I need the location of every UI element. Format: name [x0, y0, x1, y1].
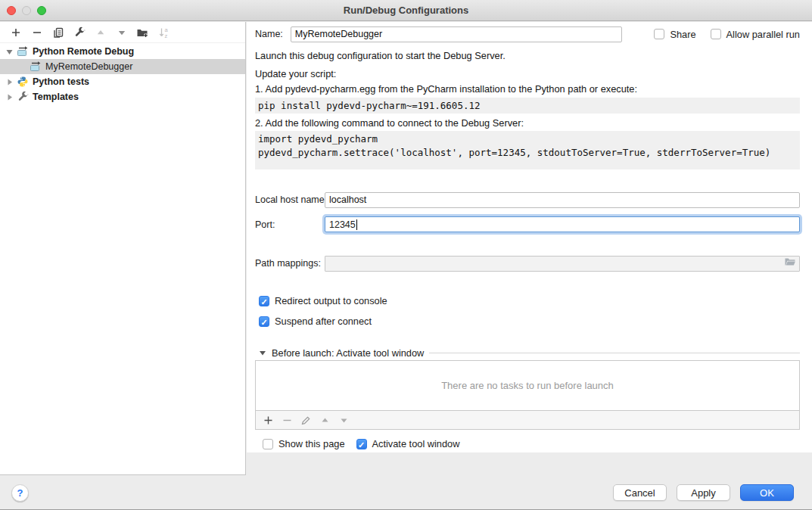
chevron-down-icon[interactable]: [5, 48, 14, 56]
redirect-output-label: Redirect output to console: [275, 295, 387, 306]
add-icon[interactable]: [9, 26, 22, 39]
activate-tool-window-checkbox[interactable]: [356, 439, 367, 449]
path-mappings-input[interactable]: [325, 256, 800, 272]
window-title: Run/Debug Configurations: [0, 0, 812, 20]
python-icon: [17, 76, 29, 88]
run-debug-configurations-dialog: Run/Debug Configurations az: [0, 0, 812, 510]
before-launch-title: Before launch: Activate tool window: [272, 347, 424, 359]
code-line: import pydevd_pycharm: [258, 132, 800, 146]
allow-parallel-run-label: Allow parallel run: [726, 29, 800, 40]
traffic-lights: [7, 6, 46, 15]
show-this-page-checkbox[interactable]: [263, 439, 273, 449]
divider: [429, 353, 800, 353]
cancel-button[interactable]: Cancel: [613, 484, 667, 501]
move-up-icon: [319, 414, 331, 426]
text-cursor: [356, 219, 357, 230]
remote-debug-icon: [17, 45, 29, 58]
title-bar[interactable]: Run/Debug Configurations: [0, 0, 812, 21]
chevron-right-icon[interactable]: [5, 93, 14, 101]
show-this-page-label: Show this page: [278, 438, 345, 449]
instruction-step1: 1. Add pydevd-pycharm.egg from the PyCha…: [255, 83, 800, 95]
share-checkbox[interactable]: [654, 29, 664, 39]
minimize-button: [22, 6, 31, 15]
sort-alphabetically-icon: az: [157, 26, 170, 39]
name-label: Name:: [255, 29, 283, 39]
remove-icon[interactable]: [30, 26, 43, 39]
activate-tool-window-label: Activate tool window: [372, 438, 460, 449]
redirect-output-checkbox-group[interactable]: Redirect output to console: [259, 295, 800, 306]
empty-tasks-message: There are no tasks to run before launch: [441, 380, 614, 391]
tree-item-label: Python Remote Debug: [33, 46, 134, 57]
tree-item-label: MyRemoteDebugger: [45, 61, 132, 72]
show-this-page-checkbox-group[interactable]: Show this page: [263, 438, 345, 449]
apply-button[interactable]: Apply: [677, 484, 730, 501]
path-mappings-label: Path mappings:: [255, 258, 325, 269]
code-line: pydevd_pycharm.settrace('localhost', por…: [258, 146, 800, 160]
suspend-after-connect-checkbox-group[interactable]: Suspend after connect: [259, 316, 800, 327]
move-down-icon: [338, 414, 350, 426]
sidebar-toolbar: az: [0, 22, 245, 43]
local-host-row: Local host name:: [255, 191, 800, 208]
name-row: Name: Share Allow parallel run: [255, 26, 800, 42]
tree-item-python-tests[interactable]: Python tests: [0, 74, 245, 89]
dialog-buttons: Cancel Apply OK: [613, 484, 794, 501]
configurations-sidebar: az Python Remote Debug MyRemoteDebugger: [0, 22, 246, 475]
before-launch-toolbar: [255, 411, 800, 430]
before-launch-task-list[interactable]: There are no tasks to run before launch: [255, 360, 800, 411]
page-options-row: Show this page Activate tool window: [263, 438, 800, 449]
help-button[interactable]: ?: [11, 484, 29, 502]
share-checkbox-group[interactable]: Share: [654, 29, 695, 40]
port-row: Port: 12345: [255, 216, 800, 233]
redirect-output-checkbox[interactable]: [259, 296, 269, 306]
instruction-step2: 2. Add the following command to connect …: [255, 117, 800, 129]
local-host-label: Local host name:: [255, 194, 325, 205]
copy-icon[interactable]: [51, 26, 64, 39]
configuration-editor: Name: Share Allow parallel run Launch th…: [247, 22, 812, 452]
configurations-tree: Python Remote Debug MyRemoteDebugger Pyt…: [0, 43, 245, 104]
activate-tool-window-checkbox-group[interactable]: Activate tool window: [356, 438, 460, 449]
chevron-right-icon[interactable]: [5, 78, 14, 86]
allow-parallel-run-checkbox-group[interactable]: Allow parallel run: [711, 29, 800, 40]
remote-debug-icon: [30, 61, 42, 73]
tree-item-label: Python tests: [33, 76, 89, 87]
share-label: Share: [670, 29, 695, 40]
path-mappings-row: Path mappings:: [255, 255, 800, 272]
local-host-input[interactable]: [325, 192, 800, 208]
tree-item-python-remote-debug[interactable]: Python Remote Debug: [0, 44, 245, 59]
pip-install-code: pip install pydevd-pycharm~=191.6605.12: [255, 98, 800, 114]
open-folder-icon[interactable]: [784, 257, 796, 270]
svg-text:z: z: [164, 32, 167, 39]
chevron-down-icon[interactable]: [259, 346, 266, 359]
port-input[interactable]: 12345: [325, 216, 800, 232]
before-launch-header[interactable]: Before launch: Activate tool window: [259, 346, 800, 359]
tree-item-myremotedebugger[interactable]: MyRemoteDebugger: [0, 59, 245, 74]
new-folder-icon[interactable]: [136, 26, 149, 39]
name-input[interactable]: [291, 26, 622, 42]
suspend-after-connect-checkbox[interactable]: [259, 316, 269, 327]
settrace-code: import pydevd_pycharmpydevd_pycharm.sett…: [255, 131, 800, 169]
tree-item-label: Templates: [33, 92, 79, 102]
port-value: 12345: [329, 219, 356, 230]
remove-icon: [281, 414, 293, 426]
instruction-update: Update your script:: [255, 68, 800, 79]
allow-parallel-run-checkbox[interactable]: [711, 29, 721, 39]
move-up-icon: [94, 26, 107, 39]
ok-button[interactable]: OK: [740, 484, 794, 501]
move-down-icon[interactable]: [115, 26, 128, 39]
port-label: Port:: [255, 219, 325, 230]
instruction-intro: Launch this debug configuration to start…: [255, 50, 800, 61]
edit-icon: [300, 414, 312, 426]
zoom-button[interactable]: [37, 6, 46, 15]
add-icon[interactable]: [262, 414, 274, 426]
tree-item-templates[interactable]: Templates: [0, 89, 245, 104]
close-button[interactable]: [7, 6, 16, 15]
edit-templates-icon[interactable]: [73, 26, 86, 39]
suspend-after-connect-label: Suspend after connect: [275, 316, 372, 327]
templates-wrench-icon: [17, 91, 29, 103]
